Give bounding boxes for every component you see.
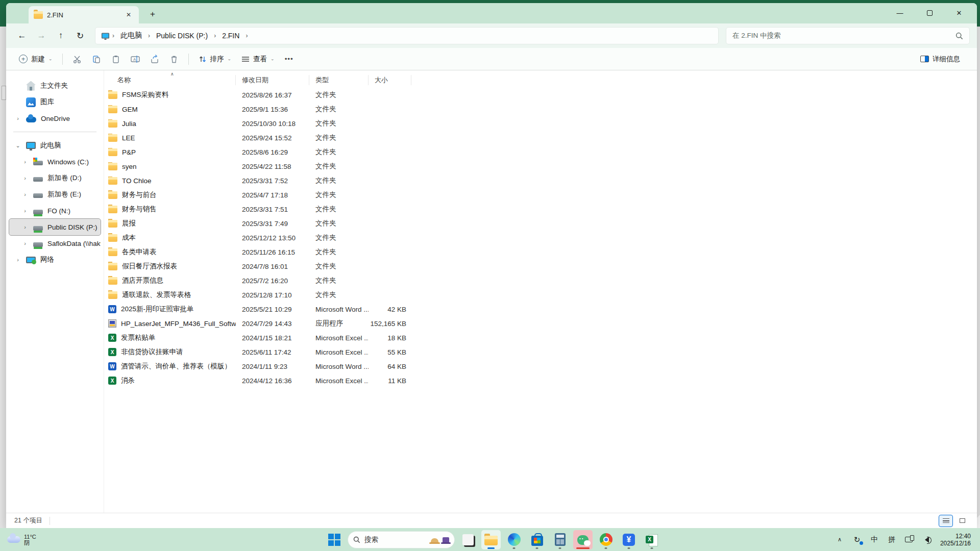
file-row[interactable]: GEM 2025/9/1 15:36 文件夹 xyxy=(104,102,977,116)
details-pane-button[interactable]: 详细信息 xyxy=(916,51,965,68)
file-row[interactable]: TO Chloe 2025/3/31 7:52 文件夹 xyxy=(104,173,977,188)
taskbar-app-file-explorer[interactable] xyxy=(481,530,501,549)
sidebar-item-fo-n-[interactable]: › FO (N:) xyxy=(9,203,101,219)
task-view-icon xyxy=(462,534,474,545)
new-tab-button[interactable]: + xyxy=(146,8,159,21)
running-indicator xyxy=(559,547,561,549)
taskbar-app-excel[interactable] xyxy=(642,530,662,549)
sync-tray-icon[interactable]: ↻ xyxy=(849,531,865,548)
volume-icon[interactable] xyxy=(919,531,934,548)
more-button[interactable]: ••• xyxy=(280,51,298,68)
taskbar-app-calculator[interactable] xyxy=(550,530,570,549)
file-row[interactable]: FSMS采购资料 2025/8/26 16:37 文件夹 xyxy=(104,88,977,102)
ime-pinyin-button[interactable]: 拼 xyxy=(884,531,899,548)
up-button[interactable]: ↑ xyxy=(52,28,69,44)
running-indicator xyxy=(651,547,653,549)
file-row[interactable]: 晨报 2025/3/31 7:49 文件夹 xyxy=(104,216,977,231)
refresh-button[interactable]: ↻ xyxy=(71,28,89,44)
expand-chevron-icon[interactable]: › xyxy=(21,224,29,230)
file-row[interactable]: 财务与前台 2025/4/7 17:18 文件夹 xyxy=(104,188,977,202)
expand-chevron-icon[interactable]: › xyxy=(21,191,29,197)
share-button[interactable] xyxy=(145,51,164,68)
ime-language-button[interactable]: 中 xyxy=(867,531,882,548)
sidebar-item-windows-c-[interactable]: › Windows (C:) xyxy=(9,154,101,170)
sidebar-item-此电脑[interactable]: ⌄ 此电脑 xyxy=(9,137,101,154)
file-row[interactable]: 各类申请表 2025/11/26 16:15 文件夹 xyxy=(104,245,977,259)
file-row[interactable]: 发票粘贴单 2024/1/15 18:21 Microsoft Excel ..… xyxy=(104,331,977,345)
breadcrumb[interactable]: › 此电脑 › Public DISK (P:) › 2.FIN › xyxy=(95,27,719,44)
delete-button[interactable] xyxy=(165,51,183,68)
expand-chevron-icon[interactable]: › xyxy=(14,257,21,263)
expand-chevron-icon[interactable]: › xyxy=(14,115,21,121)
taskbar-app-edge[interactable] xyxy=(504,530,524,549)
file-row[interactable]: 消杀 2024/4/12 16:36 Microsoft Excel ... 1… xyxy=(104,373,977,388)
file-row[interactable]: Julia 2025/10/30 10:18 文件夹 xyxy=(104,116,977,131)
new-button[interactable]: + 新建 ⌄ xyxy=(14,51,57,68)
breadcrumb-this-pc[interactable]: 此电脑 xyxy=(116,29,146,42)
breadcrumb-drive[interactable]: Public DISK (P:) xyxy=(152,30,212,42)
sidebar-item-新加卷-d-[interactable]: › 新加卷 (D:) xyxy=(9,170,101,186)
large-icons-view-button[interactable] xyxy=(955,515,969,527)
expand-chevron-icon[interactable]: › xyxy=(21,240,29,246)
close-button[interactable]: ✕ xyxy=(944,3,974,22)
file-row[interactable]: 非信贷协议挂账申请 2025/6/11 17:42 Microsoft Exce… xyxy=(104,345,977,359)
taskbar-app-yuan-app[interactable]: ¥ xyxy=(619,530,639,549)
search-input[interactable]: 在 2.FIN 中搜索 xyxy=(726,27,970,44)
taskbar-app-store[interactable] xyxy=(527,530,547,549)
sidebar-item-public-disk-p-[interactable]: › Public DISK (P:) xyxy=(9,219,101,235)
minimize-button[interactable]: — xyxy=(885,3,915,22)
file-row[interactable]: 假日餐厅酒水报表 2024/7/8 16:01 文件夹 xyxy=(104,259,977,273)
file-row[interactable]: LEE 2025/9/24 15:52 文件夹 xyxy=(104,131,977,145)
expand-chevron-icon[interactable]: › xyxy=(21,208,29,214)
paste-button[interactable] xyxy=(107,51,125,68)
expand-chevron-icon[interactable]: › xyxy=(21,159,29,165)
taskbar-app-task-view[interactable] xyxy=(458,530,478,549)
details-pane-icon xyxy=(920,56,929,62)
sidebar-item-saflokdata-hakwe[interactable]: › SaflokData (\\hakwe xyxy=(9,235,101,252)
maximize-button[interactable] xyxy=(915,3,944,22)
cast-device-icon[interactable] xyxy=(901,531,917,548)
tab-2fin[interactable]: 2.FIN ✕ xyxy=(29,6,139,23)
sidebar-item-新加卷-e-[interactable]: › 新加卷 (E:) xyxy=(9,186,101,203)
taskbar-apps: 搜索¥ xyxy=(325,528,662,551)
expand-chevron-icon[interactable]: ⌄ xyxy=(14,142,21,149)
file-row[interactable]: 成本 2025/12/12 13:50 文件夹 xyxy=(104,231,977,245)
file-row[interactable]: 通联退款、发票等表格 2025/12/8 17:10 文件夹 xyxy=(104,288,977,302)
sidebar-item-图库[interactable]: 图库 xyxy=(9,94,101,110)
breadcrumb-current[interactable]: 2.FIN xyxy=(218,30,243,42)
file-row[interactable]: HP_LaserJet_MFP_M436_Full_Software... 20… xyxy=(104,316,977,331)
file-row[interactable]: 财务与销售 2025/3/31 7:51 文件夹 xyxy=(104,202,977,216)
taskbar-weather-widget[interactable]: 11°C 阴 xyxy=(0,534,117,546)
hidden-icons-button[interactable]: ∧ xyxy=(832,531,847,548)
view-button[interactable]: 查看 ⌄ xyxy=(237,51,279,68)
rename-button[interactable]: A xyxy=(126,51,144,68)
sort-button-label: 排序 xyxy=(210,55,224,64)
column-header-name[interactable]: ∧ 名称 xyxy=(104,75,236,85)
column-header-size[interactable]: 大小 xyxy=(369,75,411,85)
taskbar-search[interactable]: 搜索 xyxy=(348,531,455,548)
file-row[interactable]: 酒店开票信息 2025/7/2 16:20 文件夹 xyxy=(104,273,977,288)
sidebar-item-网络[interactable]: › 网络 xyxy=(9,252,101,268)
copy-button[interactable] xyxy=(87,51,106,68)
chevron-down-icon: ⌄ xyxy=(48,57,53,61)
sidebar-item-主文件夹[interactable]: 主文件夹 xyxy=(9,78,101,94)
taskbar-app-chrome[interactable] xyxy=(596,530,616,549)
file-row[interactable]: 酒管请示、询价单、推荐表（模版） 2024/1/11 9:23 Microsof… xyxy=(104,359,977,373)
back-button[interactable]: ← xyxy=(13,28,31,44)
column-header-date[interactable]: 修改日期 xyxy=(236,75,309,85)
file-row[interactable]: P&P 2025/8/6 16:29 文件夹 xyxy=(104,145,977,159)
sidebar-item-onedrive[interactable]: › OneDrive xyxy=(9,110,101,127)
taskbar-app-start[interactable] xyxy=(325,530,344,549)
cut-button[interactable] xyxy=(68,51,86,68)
file-row[interactable]: 2025新-用印证照审批单 2025/5/21 10:29 Microsoft … xyxy=(104,302,977,316)
file-row[interactable]: syen 2025/4/22 11:58 文件夹 xyxy=(104,159,977,173)
taskbar-app-wechat[interactable] xyxy=(573,530,593,549)
column-header-type[interactable]: 类型 xyxy=(309,75,369,85)
taskbar-clock[interactable]: 12:40 2025/12/16 xyxy=(936,533,975,547)
clock-time: 12:40 xyxy=(940,533,971,540)
tab-close-icon[interactable]: ✕ xyxy=(124,10,134,20)
details-view-button[interactable] xyxy=(939,515,952,527)
expand-chevron-icon[interactable]: › xyxy=(21,175,29,181)
forward-button[interactable]: → xyxy=(33,28,50,44)
sort-button[interactable]: 排序 ⌄ xyxy=(194,51,236,68)
